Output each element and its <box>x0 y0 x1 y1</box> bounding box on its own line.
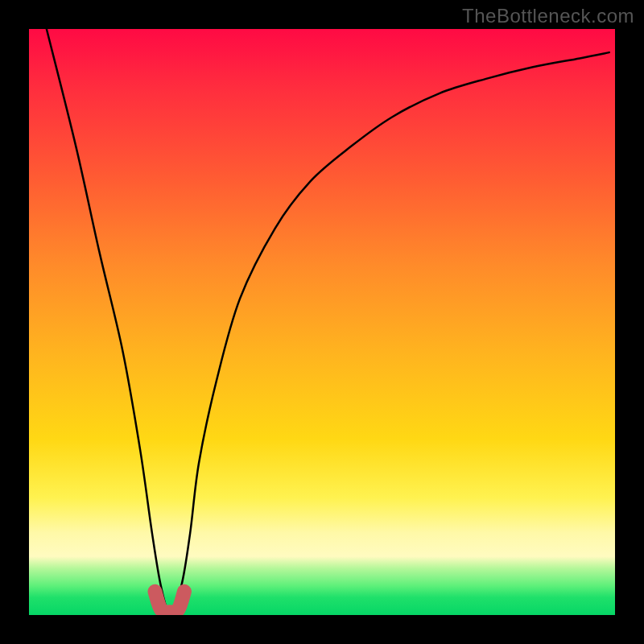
curve-layer <box>29 29 615 615</box>
bottleneck-curve <box>47 29 609 612</box>
chart-frame: TheBottleneck.com <box>0 0 644 644</box>
branding-text: TheBottleneck.com <box>462 5 634 27</box>
minimum-marker <box>155 592 184 613</box>
plot-area <box>29 29 615 615</box>
